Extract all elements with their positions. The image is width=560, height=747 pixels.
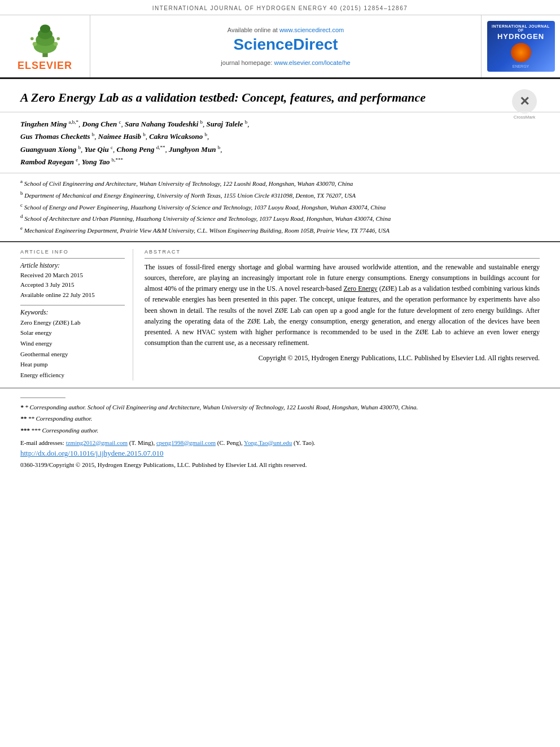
keyword-1: Zero Energy (ZØE) Lab xyxy=(20,317,125,328)
svg-point-8 xyxy=(56,37,60,41)
affiliation-d: d School of Architecture and Urban Plann… xyxy=(20,213,540,224)
history-label: Article history: xyxy=(20,262,125,269)
author-sup-9: c xyxy=(111,145,113,150)
elsevier-tree-icon xyxy=(17,21,73,58)
footer-notes: * * Corresponding author. School of Civi… xyxy=(0,388,560,475)
author-junghyon: Junghyon Mun xyxy=(169,145,216,154)
svg-point-4 xyxy=(40,25,50,33)
article-dates: Received 20 March 2015 Accepted 3 July 2… xyxy=(20,270,125,300)
star1-symbol: * xyxy=(20,404,24,410)
keyword-5: Heat pump xyxy=(20,359,125,370)
author-cakra: Cakra Wicaksono xyxy=(149,132,203,141)
hydrogen-logo-circle xyxy=(511,43,531,62)
author-sup-1: a,b,* xyxy=(69,119,79,125)
doi-link[interactable]: http://dx.doi.org/10.1016/j.ijhydene.201… xyxy=(20,449,164,457)
keyword-2: Solar energy xyxy=(20,327,125,338)
available-online-text: Available online at www.sciencedirect.co… xyxy=(228,27,344,33)
author-guangyuan: Guangyuan Xiong xyxy=(20,145,76,154)
article-main-title: A Zero Energy Lab as a validation testbe… xyxy=(20,89,540,106)
author-sara: Sara Nahang Toudeshki xyxy=(125,120,198,128)
center-header: Available online at www.sciencedirect.co… xyxy=(90,15,481,77)
footnote-star1: * * Corresponding author. School of Civi… xyxy=(20,403,540,413)
footer-divider xyxy=(20,397,65,398)
article-info-col: ARTICLE INFO Article history: Received 2… xyxy=(20,249,133,381)
email-ytao[interactable]: Yong.Tao@unt.edu xyxy=(244,439,292,446)
email-person-2: (C. Peng), xyxy=(217,439,244,446)
author-chong: Chong Peng xyxy=(117,145,155,154)
keywords-divider xyxy=(20,305,125,305)
email-person-1: (T. Ming), xyxy=(129,439,156,446)
email-links: E-mail addresses: tzming2012@gmail.com (… xyxy=(20,438,540,448)
author-sup-7: b xyxy=(204,132,207,137)
author-sup-4: b xyxy=(245,119,248,125)
author-naimee: Naimee Hasib xyxy=(98,132,141,141)
journal-homepage-link[interactable]: www.elsevier.com/locate/he xyxy=(274,59,351,66)
affiliation-b: b Department of Mechanical and Energy En… xyxy=(20,190,540,200)
authors-line-3: Guangyuan Xiong b, Yue Qiu c, Chong Peng… xyxy=(20,143,540,156)
footnote-star3: *** *** Corresponding author. xyxy=(20,426,540,436)
keywords-list: Zero Energy (ZØE) Lab Solar energy Wind … xyxy=(20,317,125,381)
hydrogen-logo-line2: HYDROGEN xyxy=(497,32,544,41)
authors-line-2: Gus Thomas Checketts b, Naimee Hasib b, … xyxy=(20,130,540,143)
authors-line-1: Tingzhen Ming a,b,*, Dong Chen c, Sara N… xyxy=(20,118,540,130)
keyword-3: Wind energy xyxy=(20,338,125,349)
author-tingzhen-ming: Tingzhen Ming xyxy=(20,120,67,128)
article-info-heading: ARTICLE INFO xyxy=(20,249,125,255)
author-sup-5: b xyxy=(92,132,95,137)
abstract-heading: ABSTRACT xyxy=(145,249,540,255)
available-date: Available online 22 July 2015 xyxy=(20,290,125,300)
keyword-4: Geothermal energy xyxy=(20,349,125,360)
journal-header-text: INTERNATIONAL JOURNAL OF HYDROGEN ENERGY… xyxy=(152,5,408,11)
author-sup-10: d,** xyxy=(156,145,165,150)
crossmark-circle: ✕ xyxy=(512,89,537,113)
journal-homepage-row: journal homepage: www.elsevier.com/locat… xyxy=(221,59,350,66)
author-sup-3: b xyxy=(200,119,203,125)
author-sup-2: c xyxy=(119,119,121,125)
keyword-6: Energy efficiency xyxy=(20,370,125,381)
author-sup-11: b xyxy=(218,145,221,150)
author-gus: Gus Thomas Checketts xyxy=(20,132,90,141)
affiliations-section: a School of Civil Engineering and Archit… xyxy=(0,173,560,242)
footnote-star2: ** ** Corresponding author. xyxy=(20,414,540,424)
header-logos: ELSEVIER Available online at www.science… xyxy=(0,15,560,79)
crossmark-label: CrossMark xyxy=(514,115,536,120)
email-label: E-mail addresses: xyxy=(20,439,66,446)
keywords-label: Keywords: xyxy=(20,309,125,316)
email-cpeng[interactable]: cpeng1998@gmail.com xyxy=(156,439,216,446)
svg-point-5 xyxy=(32,42,36,46)
footnote-star3-text: *** Corresponding author. xyxy=(31,427,98,434)
authors-section: Tingzhen Ming a,b,*, Dong Chen c, Sara N… xyxy=(0,112,560,174)
two-col-section: ARTICLE INFO Article history: Received 2… xyxy=(0,242,560,388)
svg-point-7 xyxy=(30,37,34,41)
abstract-text: The issues of fossil-fired energy shorta… xyxy=(145,262,540,349)
sciencedirect-title: ScienceDirect xyxy=(233,36,338,54)
author-suraj: Suraj Talele xyxy=(207,120,243,128)
received-date: Received 20 March 2015 xyxy=(20,270,125,281)
elsevier-label: ELSEVIER xyxy=(18,60,72,72)
author-sup-13: b,*** xyxy=(112,157,123,163)
star3-symbol: *** xyxy=(20,427,30,434)
affiliation-e: e Mechanical Engineering Department, Pra… xyxy=(20,225,540,235)
affiliation-a: a School of Civil Engineering and Archit… xyxy=(20,178,540,189)
footnote-star2-text: ** Corresponding author. xyxy=(28,415,93,422)
hydrogen-logo-box: International Journal of HYDROGEN ENERGY xyxy=(481,15,560,77)
accepted-date: Accepted 3 July 2015 xyxy=(20,280,125,290)
journal-header-bar: INTERNATIONAL JOURNAL OF HYDROGEN ENERGY… xyxy=(0,0,560,15)
copyright-footer: 0360-3199/Copyright © 2015, Hydrogen Ene… xyxy=(20,460,540,470)
footnote-star1-text: * Corresponding author. School of Civil … xyxy=(25,404,418,410)
star2-symbol: ** xyxy=(20,415,27,422)
article-title-section: A Zero Energy Lab as a validation testbe… xyxy=(0,79,560,112)
article-info-divider xyxy=(20,258,125,259)
email-person-3: (Y. Tao). xyxy=(294,439,315,446)
crossmark-badge: ✕ CrossMark xyxy=(509,89,540,120)
sciencedirect-url[interactable]: www.sciencedirect.com xyxy=(279,27,344,33)
hydrogen-logo-line1: International Journal of xyxy=(491,24,552,32)
affiliation-c: c School of Energy and Power Engineering… xyxy=(20,202,540,212)
abstract-col: ABSTRACT The issues of fossil-fired ener… xyxy=(145,249,540,381)
email-tzming[interactable]: tzming2012@gmail.com xyxy=(66,439,128,446)
hydrogen-energy-logo: International Journal of HYDROGEN ENERGY xyxy=(487,21,555,72)
author-sup-8: b xyxy=(78,145,81,150)
author-yue: Yue Qiu xyxy=(85,145,109,154)
authors-line-4: Rambod Rayegan e, Yong Tao b,*** xyxy=(20,156,540,168)
abstract-copyright: Copyright © 2015, Hydrogen Energy Public… xyxy=(145,353,540,364)
